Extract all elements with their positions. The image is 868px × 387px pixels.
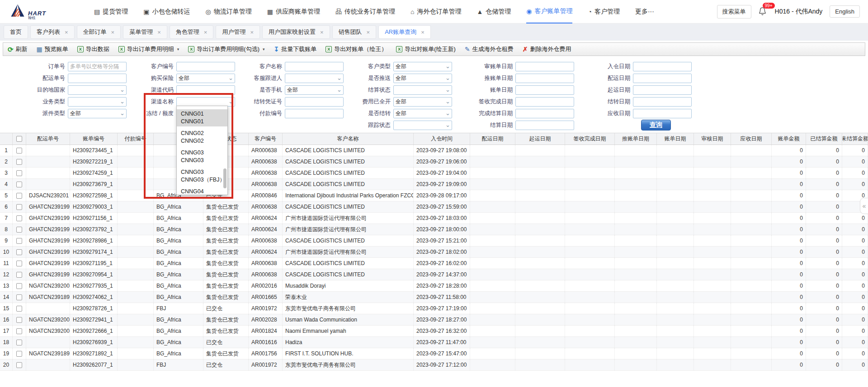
row-checkbox[interactable]: [16, 317, 22, 323]
row-checkbox[interactable]: [16, 215, 22, 221]
is-mobile-select[interactable]: 全部⌄: [285, 85, 344, 95]
row-checkbox[interactable]: [16, 351, 22, 357]
receivable-date-input[interactable]: [633, 109, 692, 118]
row-checkbox[interactable]: [16, 328, 22, 334]
customer-type-select[interactable]: 全部⌄: [393, 62, 452, 71]
row-checkbox[interactable]: [16, 249, 22, 255]
carryover-date-input[interactable]: [633, 97, 692, 107]
customer-no-input[interactable]: [176, 62, 235, 71]
audit-bill-date-input[interactable]: [515, 62, 574, 71]
close-tab-icon[interactable]: ×: [320, 29, 324, 35]
order-no-input[interactable]: [68, 62, 127, 71]
row-checkbox[interactable]: [16, 238, 22, 244]
row-checkbox[interactable]: [16, 294, 22, 300]
settle-complete-date-input[interactable]: [515, 109, 574, 118]
tab-首页[interactable]: 首页: [4, 25, 28, 39]
customer-name-input[interactable]: [285, 62, 344, 71]
nav-item-customer-bill-management[interactable]: ◉客户账单管理: [526, 0, 572, 23]
nav-item-warehouse-management[interactable]: ▲仓储管理: [476, 0, 511, 23]
fee-fully-issued-select[interactable]: 全部⌄: [393, 97, 452, 107]
tab-用户管理[interactable]: 用户管理×: [216, 25, 260, 39]
collapse-panel-button[interactable]: «: [860, 198, 868, 214]
tab-全部订单[interactable]: 全部订单×: [77, 25, 121, 39]
settle-status-select[interactable]: ⌄: [393, 85, 452, 95]
dropdown-option[interactable]: CNNG01: [181, 110, 227, 118]
inbound-date-input[interactable]: [633, 62, 692, 71]
row-checkbox[interactable]: [16, 227, 22, 233]
export-statement-huiwang-button[interactable]: X导出对账单（绘王）: [326, 45, 387, 53]
close-tab-icon[interactable]: ×: [157, 29, 161, 35]
export-order-fee-detail-checked-button[interactable]: X导出订单费用明细(勾选)▾: [188, 45, 264, 53]
tab-客户列表[interactable]: 客户列表×: [30, 25, 75, 39]
bill-date-input[interactable]: [515, 85, 574, 95]
row-checkbox[interactable]: [16, 148, 22, 154]
close-tab-icon[interactable]: ×: [111, 29, 115, 35]
row-checkbox[interactable]: [16, 272, 22, 278]
settle-date-input[interactable]: [515, 121, 574, 130]
channel-name-select[interactable]: ⌄: [176, 97, 235, 107]
close-tab-icon[interactable]: ×: [367, 29, 370, 35]
row-checkbox[interactable]: [16, 283, 22, 289]
export-statement-huiwang-new-button[interactable]: X导出对账单(绘王新): [396, 45, 456, 53]
tab-AR账单查询[interactable]: AR账单查询×: [378, 25, 431, 39]
carryover-voucher-no-input[interactable]: [285, 97, 344, 107]
dropdown-option[interactable]: CNNG02: [181, 137, 227, 145]
dropdown-scrollbar-thumb[interactable]: [223, 168, 226, 188]
business-type-select[interactable]: ⌄: [68, 97, 127, 107]
sign-complete-date-input[interactable]: [515, 97, 574, 107]
language-button[interactable]: English: [830, 5, 860, 18]
row-checkbox[interactable]: [16, 306, 22, 312]
dropdown-option[interactable]: CNNG02: [181, 130, 227, 137]
insurance-select[interactable]: 全部⌄: [176, 74, 235, 83]
delete-overseas-fee-button[interactable]: ✗删除海外仓费用: [523, 45, 571, 53]
row-checkbox[interactable]: [16, 159, 22, 165]
shipping-no-input[interactable]: [68, 74, 127, 83]
nav-item-pickup-management[interactable]: ▤提货管理: [94, 0, 128, 23]
dropdown-option[interactable]: CNNG03: [181, 168, 227, 176]
preview-bill-button[interactable]: ▦预览账单: [37, 45, 68, 53]
nav-item-more[interactable]: 更多···: [635, 0, 654, 23]
tracking-status-select[interactable]: ⌄: [393, 121, 452, 130]
nav-item-customer-management[interactable]: ◔客户管理: [588, 0, 619, 23]
channel-code-input[interactable]: [176, 85, 235, 95]
payment-no-input[interactable]: [285, 109, 344, 118]
generate-overseas-rent-button[interactable]: ✎生成海外仓租费: [465, 45, 514, 53]
row-checkbox[interactable]: [16, 261, 22, 266]
tab-菜单管理[interactable]: 菜单管理×: [123, 25, 167, 39]
dispatch-type-select[interactable]: 全部⌄: [68, 109, 127, 118]
destination-country-select[interactable]: ⌄: [68, 85, 127, 95]
nav-item-logistics-order-management[interactable]: ◎物流订单管理: [205, 0, 251, 23]
close-tab-icon[interactable]: ×: [421, 29, 425, 35]
search-menu-button[interactable]: 搜索菜单: [717, 5, 751, 19]
tab-角色管理[interactable]: 角色管理×: [170, 25, 214, 39]
user-label[interactable]: H016 - 代伟Andy: [775, 8, 823, 16]
row-checkbox[interactable]: [16, 193, 22, 199]
nav-item-traditional-business-order-management[interactable]: 品传统业务订单管理: [335, 0, 395, 23]
export-data-button[interactable]: X导出数据: [77, 45, 109, 53]
close-tab-icon[interactable]: ×: [250, 29, 254, 35]
notifications-button[interactable]: 99+: [759, 7, 768, 17]
tab-销售团队[interactable]: 销售团队×: [332, 25, 377, 39]
close-tab-icon[interactable]: ×: [204, 29, 208, 35]
dropdown-option[interactable]: CNNG03: [181, 149, 227, 157]
row-checkbox[interactable]: [16, 204, 22, 210]
row-checkbox[interactable]: [16, 362, 22, 368]
refresh-button[interactable]: ⟳刷新: [8, 45, 28, 53]
batch-download-bills-button[interactable]: ↧批量下载账单: [274, 45, 317, 53]
delivery-date-input[interactable]: [633, 74, 692, 83]
select-all-checkbox[interactable]: [16, 136, 22, 142]
is-pushed-select[interactable]: 全部⌄: [393, 74, 452, 83]
row-checkbox[interactable]: [16, 340, 22, 345]
close-tab-icon[interactable]: ×: [65, 29, 68, 35]
nav-item-overseas-warehouse-order-management[interactable]: ⌂海外仓订单管理: [410, 0, 461, 23]
dropdown-option[interactable]: CNNG04: [181, 188, 227, 195]
nav-item-supplier-bill-management[interactable]: ▦供应商账单管理: [267, 0, 320, 23]
query-button[interactable]: 查询: [641, 120, 671, 131]
row-checkbox[interactable]: [16, 170, 22, 176]
dropdown-option[interactable]: CNNG03: [181, 157, 227, 164]
is-carryover-select[interactable]: 全部⌄: [393, 109, 452, 118]
dropdown-option[interactable]: CNNG03（FBJ）: [181, 176, 227, 184]
brand-logo[interactable]: HART 翰锐: [8, 3, 76, 20]
export-order-fee-detail-button[interactable]: X导出订单费用明细▾: [118, 45, 179, 53]
push-bill-date-input[interactable]: [515, 74, 574, 83]
